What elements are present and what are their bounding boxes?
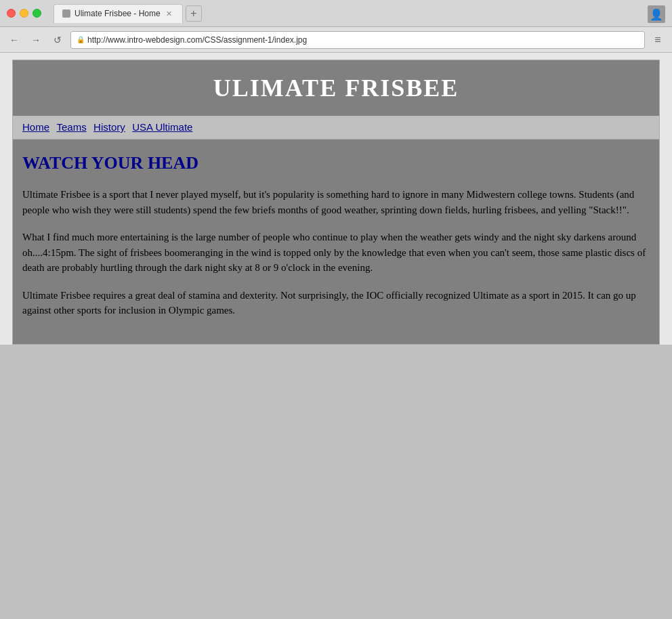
- lock-icon: 🔒: [77, 36, 85, 44]
- browser-titlebar: Ulimate Frisbee - Home ✕ + 👤: [0, 0, 672, 27]
- traffic-lights: [7, 9, 41, 18]
- tab-title: Ulimate Frisbee - Home: [75, 9, 161, 18]
- site-navigation: Home Teams History USA Ultimate: [13, 116, 659, 140]
- refresh-button[interactable]: ↺: [49, 31, 66, 49]
- new-tab-button[interactable]: +: [186, 5, 202, 22]
- nav-teams[interactable]: Teams: [56, 121, 86, 133]
- browser-toolbar: ← → ↺ 🔒 http://www.intro-webdesign.com/C…: [0, 27, 672, 53]
- menu-button[interactable]: ≡: [649, 31, 667, 49]
- profile-icon: 👤: [650, 8, 663, 21]
- profile-button[interactable]: 👤: [648, 5, 665, 23]
- article-heading: WATCH YOUR HEAD: [22, 153, 650, 173]
- page-content: ULIMATE FRISBEE Home Teams History USA U…: [12, 60, 660, 345]
- site-header: ULIMATE FRISBEE: [13, 60, 659, 116]
- browser-window: Ulimate Frisbee - Home ✕ + 👤 ← → ↺ 🔒 htt…: [0, 0, 672, 345]
- tab-close-button[interactable]: ✕: [165, 9, 174, 18]
- address-text: http://www.intro-webdesign.com/CSS/assig…: [87, 35, 307, 45]
- nav-history[interactable]: History: [93, 121, 125, 133]
- back-button[interactable]: ←: [5, 31, 23, 49]
- article-paragraph-1: Ultimate Frisbee is a sport that I never…: [22, 187, 650, 217]
- maximize-button[interactable]: [33, 9, 41, 18]
- address-bar[interactable]: 🔒 http://www.intro-webdesign.com/CSS/ass…: [70, 31, 645, 49]
- browser-tab[interactable]: Ulimate Frisbee - Home ✕: [54, 4, 183, 23]
- article-paragraph-3: Ultimate Frisbee requires a great deal o…: [22, 288, 650, 318]
- tab-favicon: [62, 9, 70, 18]
- article-paragraph-2: What I find much more entertaining is th…: [22, 230, 650, 276]
- nav-usa-ultimate[interactable]: USA Ultimate: [132, 121, 192, 133]
- main-content: WATCH YOUR HEAD Ultimate Frisbee is a sp…: [13, 140, 659, 344]
- site-title: ULIMATE FRISBEE: [13, 74, 659, 102]
- minimize-button[interactable]: [20, 9, 28, 18]
- close-button[interactable]: [7, 9, 16, 18]
- nav-home[interactable]: Home: [22, 121, 49, 133]
- forward-button[interactable]: →: [27, 31, 45, 49]
